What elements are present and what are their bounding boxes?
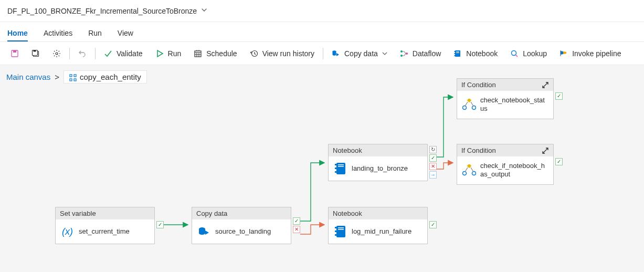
- port-skip-icon[interactable]: →: [429, 171, 437, 179]
- toolbar-separator: [95, 48, 96, 59]
- activity-copy-data[interactable]: Copy data source_to_landing: [192, 207, 291, 244]
- activity-label: check_if_notebook_has_output: [480, 162, 548, 179]
- expand-icon[interactable]: [542, 81, 549, 89]
- svg-rect-4: [34, 50, 36, 51]
- undo-button[interactable]: [72, 42, 93, 65]
- svg-rect-34: [338, 229, 344, 230]
- dataflow-icon: [400, 49, 408, 58]
- check-icon: [104, 49, 112, 58]
- copydata-label: Copy data: [344, 49, 378, 58]
- toolbar-separator: [323, 48, 323, 59]
- lookup-button[interactable]: Lookup: [504, 42, 553, 65]
- port-success-icon[interactable]: ✓: [555, 158, 563, 165]
- pipeline-title: DF_PL_100_BRONZE_Fkr_Incremental_SourceT…: [7, 7, 197, 15]
- port-success-icon[interactable]: ✓: [156, 221, 164, 228]
- port-success-icon[interactable]: ✓: [429, 154, 437, 162]
- menu-home[interactable]: Home: [7, 29, 28, 41]
- svg-point-18: [512, 50, 516, 55]
- saveall-button[interactable]: [25, 42, 46, 65]
- play-icon: [155, 49, 164, 58]
- svg-point-40: [472, 106, 476, 110]
- ifcondition-icon: [462, 163, 476, 177]
- notebook-icon: [453, 49, 462, 58]
- svg-point-39: [463, 106, 467, 110]
- svg-rect-19: [561, 50, 561, 56]
- run-label: Run: [168, 49, 182, 58]
- port-failure-icon[interactable]: ✕: [429, 163, 437, 170]
- chevron-down-icon: [382, 51, 387, 56]
- variable-icon: (x): [61, 225, 75, 238]
- toolbar-separator: [69, 48, 70, 59]
- menu-view[interactable]: View: [118, 29, 133, 41]
- invoke-button[interactable]: Invoke pipeline: [553, 42, 627, 65]
- activity-label: check_notebook_status: [480, 96, 548, 113]
- ifcondition-icon: [462, 98, 476, 111]
- activity-label: landing_to_bronze: [352, 164, 408, 173]
- undo-icon: [78, 49, 87, 58]
- title-dropdown-icon[interactable]: [201, 7, 207, 15]
- svg-point-43: [472, 172, 476, 175]
- port-success-icon[interactable]: ✓: [555, 92, 563, 100]
- port-success-icon[interactable]: ✓: [429, 221, 437, 228]
- invoke-label: Invoke pipeline: [572, 49, 621, 58]
- copydata-button[interactable]: Copy data: [325, 42, 394, 65]
- svg-rect-37: [335, 234, 336, 236]
- notebook-button[interactable]: Notebook: [447, 42, 504, 65]
- activity-type: Notebook: [333, 147, 362, 154]
- invoke-icon: [559, 49, 568, 58]
- activity-set-variable[interactable]: Set variable (x) set_current_time: [55, 207, 155, 244]
- copydata-icon: [332, 49, 340, 58]
- menu-run[interactable]: Run: [88, 29, 102, 41]
- activity-notebook[interactable]: Notebook landing_to_bronze: [328, 144, 428, 181]
- dataflow-button[interactable]: Dataflow: [394, 42, 447, 65]
- toolbar: Validate Run Schedule View run history C…: [0, 42, 644, 65]
- expand-icon[interactable]: [542, 147, 549, 154]
- svg-rect-35: [335, 227, 336, 228]
- svg-rect-30: [335, 168, 336, 169]
- svg-rect-6: [195, 51, 201, 57]
- notebook-icon: [334, 225, 347, 238]
- port-completion-icon[interactable]: ↻: [429, 146, 437, 153]
- svg-rect-15: [455, 51, 456, 52]
- schedule-button[interactable]: Schedule: [187, 42, 243, 65]
- svg-rect-28: [338, 166, 344, 167]
- settings-button[interactable]: [46, 42, 67, 65]
- history-button[interactable]: View run history: [244, 42, 321, 65]
- activity-label: source_to_landing: [215, 227, 271, 236]
- port-success-icon[interactable]: ✓: [293, 217, 300, 225]
- canvas-area[interactable]: Main canvas > copy_each_entity: [0, 65, 644, 272]
- save-button[interactable]: [4, 42, 25, 65]
- activity-type: If Condition: [461, 81, 496, 89]
- menu-bar: Home Activities Run View: [0, 22, 644, 42]
- svg-rect-14: [456, 53, 459, 53]
- svg-point-9: [400, 50, 403, 53]
- port-failure-icon[interactable]: ✕: [293, 226, 300, 233]
- run-button[interactable]: Run: [149, 42, 188, 65]
- menu-activities[interactable]: Activities: [44, 29, 72, 41]
- activity-if-condition[interactable]: If Condition check_notebook_status: [457, 78, 554, 119]
- svg-rect-1: [13, 50, 16, 53]
- svg-rect-12: [455, 50, 460, 57]
- save-icon: [10, 49, 19, 58]
- svg-point-42: [463, 172, 467, 175]
- svg-rect-29: [335, 164, 336, 165]
- calendar-icon: [194, 49, 202, 58]
- svg-rect-36: [335, 231, 336, 232]
- svg-point-10: [400, 55, 403, 57]
- copydata-icon: [197, 225, 211, 238]
- validate-button[interactable]: Validate: [98, 42, 149, 65]
- validate-label: Validate: [117, 49, 143, 58]
- notebook-label: Notebook: [466, 49, 498, 58]
- activity-if-condition[interactable]: If Condition check_if_notebook_has_outpu…: [457, 144, 554, 185]
- activity-type: Notebook: [333, 210, 362, 217]
- svg-rect-31: [335, 171, 336, 173]
- schedule-label: Schedule: [206, 49, 237, 58]
- activity-notebook[interactable]: Notebook log_mid_run_failure: [328, 207, 428, 244]
- notebook-icon: [334, 162, 347, 175]
- dataflow-label: Dataflow: [413, 49, 441, 58]
- activity-label: log_mid_run_failure: [352, 227, 411, 236]
- svg-point-11: [406, 53, 408, 55]
- svg-rect-16: [455, 53, 456, 54]
- svg-rect-27: [338, 164, 344, 165]
- lookup-icon: [510, 49, 519, 58]
